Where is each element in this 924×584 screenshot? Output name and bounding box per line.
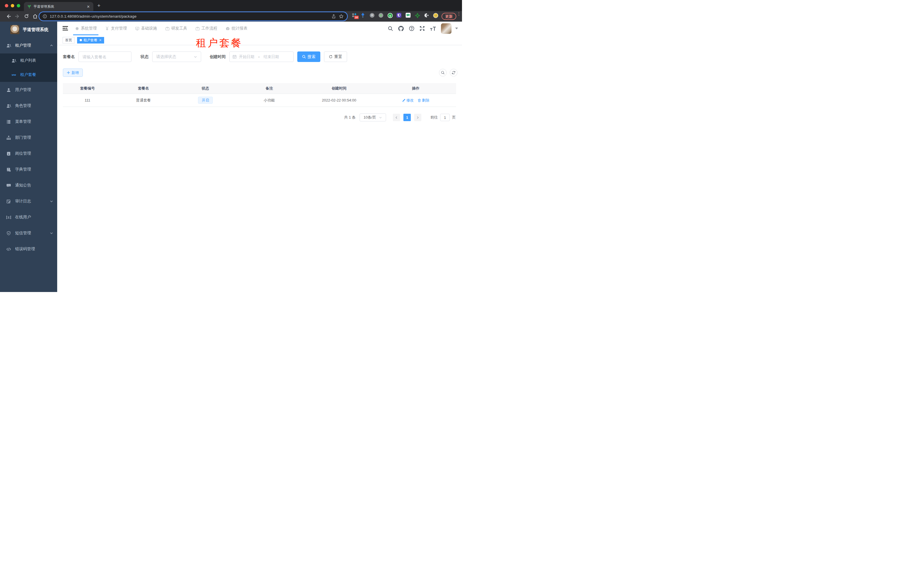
home-icon[interactable] [33,14,38,19]
search-button[interactable]: 搜索 [297,51,320,62]
extension-star-icon[interactable] [415,13,420,18]
sidebar-item-label: 在线用户 [15,215,53,220]
share-icon[interactable] [332,14,336,19]
app-shell: 芋道管理系统 租户管理 租户列表 租户套餐 用户管理 角色管理 [0,21,462,292]
toggle-search-button[interactable] [439,69,447,76]
chevron-down-icon [194,55,197,59]
search-icon[interactable] [388,26,393,31]
goto-label: 前往 [431,115,438,120]
tab-payment-management[interactable]: 支付管理 [104,21,127,35]
package-name-input[interactable] [79,51,132,62]
browser-tab[interactable]: 芋道管理系统 ✕ [24,2,93,11]
search-button-label: 搜索 [307,54,315,59]
chevron-left-icon [395,116,398,119]
pagination-total: 共 1 条 [344,115,356,120]
cell-remark: 小功能 [236,94,303,107]
cell-package-id: 111 [63,94,112,107]
tab-infrastructure[interactable]: 基础设施 [135,21,158,35]
refresh-table-button[interactable] [450,69,457,76]
user-avatar[interactable] [441,23,452,34]
extension-record-icon[interactable] [378,13,383,18]
forward-icon[interactable] [15,14,20,19]
sidebar-item-user[interactable]: 用户管理 [0,82,57,98]
date-end-placeholder[interactable]: 结束日期 [264,54,279,59]
sidebar-item-errcode[interactable]: 错误码管理 [0,241,57,257]
address-bar[interactable]: 127.0.0.1:48080/admin-ui/system/tenant/p… [39,12,347,20]
avatar-caret-icon[interactable] [455,28,458,29]
github-icon[interactable] [398,26,404,31]
dashboard-icon [226,26,230,31]
edit-link[interactable]: 修改 [402,98,414,103]
reset-button[interactable]: 重置 [324,51,347,62]
sidebar-collapse-icon[interactable] [62,26,68,31]
minimize-window-button[interactable] [11,4,14,7]
extension-tiles-icon[interactable]: 10 [352,13,357,18]
status-badge: 开启 [198,97,213,104]
add-button[interactable]: 新增 [63,69,83,77]
prev-page-button[interactable] [393,114,400,121]
header-right-tools [388,21,458,35]
fullscreen-icon[interactable] [419,26,425,31]
tab-statistics[interactable]: 统计报表 [225,21,248,35]
bookmark-star-icon[interactable] [339,14,344,19]
page-size-value: 10条/页 [363,115,376,120]
browser-tab-strip: 芋道管理系统 ✕ + [0,0,462,11]
tag-home[interactable]: 首页 [63,37,74,43]
closed-eyes-icon [12,72,16,77]
chevron-up-icon [50,44,53,47]
online-user-icon [6,215,11,220]
extension-kite-icon[interactable] [361,13,365,18]
chrome-menu-icon[interactable]: ⋮ [457,13,461,15]
extension-y-icon[interactable]: y [388,13,393,18]
chrome-update-button[interactable]: 更新 [442,13,456,20]
site-info-icon[interactable] [43,14,47,18]
extension-emoji-icon[interactable] [433,13,438,18]
sidebar-logo-row[interactable]: 芋道管理系统 [0,21,57,38]
sidebar-item-menu[interactable]: 菜单管理 [0,114,57,130]
tab-close-icon[interactable]: ✕ [87,5,90,9]
date-start-placeholder[interactable]: 开始日期 [239,54,254,59]
zoom-window-button[interactable] [17,4,20,7]
extension-badge: 10 [354,16,359,19]
trash-icon [417,99,421,102]
sidebar-item-audit[interactable]: 审计日志 [0,193,57,209]
sidebar-item-sms[interactable]: 短信管理 [0,225,57,241]
cell-actions: 修改 删除 [376,94,456,107]
sidebar-item-online[interactable]: 在线用户 [0,209,57,225]
tab-workflow[interactable]: 工作流程 [195,21,218,35]
font-size-icon[interactable] [430,26,436,31]
sidebar-item-dict[interactable]: 字典管理 [0,161,57,178]
nav-item-label: 工作流程 [201,26,217,31]
url-text[interactable]: 127.0.0.1:48080/admin-ui/system/tenant/p… [50,14,328,18]
goto-page-input[interactable] [440,114,450,121]
tag-tenant-package[interactable]: 租户套餐 ✕ [77,37,104,43]
extension-puzzle-icon[interactable] [424,13,429,18]
delete-link-label: 删除 [422,98,429,103]
sidebar-item-tenant-list[interactable]: 租户列表 [0,53,57,67]
filter-date-label: 创建时间 [210,54,226,59]
tag-close-icon[interactable]: ✕ [99,38,102,42]
tab-dev-tools[interactable]: 研发工具 [165,21,188,35]
extension-command-icon[interactable]: ⌘ [370,13,375,18]
sidebar-item-tenant-package[interactable]: 租户套餐 [0,67,57,82]
page-size-select[interactable]: 10条/页 [360,114,386,122]
date-range-picker[interactable]: 开始日期 - 结束日期 [229,51,294,62]
sidebar-item-role[interactable]: 角色管理 [0,98,57,114]
sidebar-item-post[interactable]: 岗位管理 [0,146,57,161]
delete-link[interactable]: 删除 [417,98,429,103]
help-icon[interactable] [409,26,414,31]
new-tab-button[interactable]: + [97,3,101,8]
status-select[interactable]: 请选择状态 [152,51,201,62]
reload-icon[interactable] [24,14,29,19]
tab-system-management[interactable]: 系统管理 [74,21,97,35]
close-window-button[interactable] [5,4,8,7]
next-page-button[interactable] [414,114,421,121]
sidebar-item-notice[interactable]: 通知公告 [0,178,57,193]
package-name-input-field[interactable] [82,54,127,59]
extension-chat-icon[interactable] [406,13,411,18]
page-number-current[interactable]: 1 [403,114,411,121]
extension-shield-icon[interactable] [396,13,401,18]
sidebar-item-dept[interactable]: 部门管理 [0,130,57,146]
back-icon[interactable] [6,14,11,19]
sidebar-item-tenant-group[interactable]: 租户管理 [0,38,57,53]
